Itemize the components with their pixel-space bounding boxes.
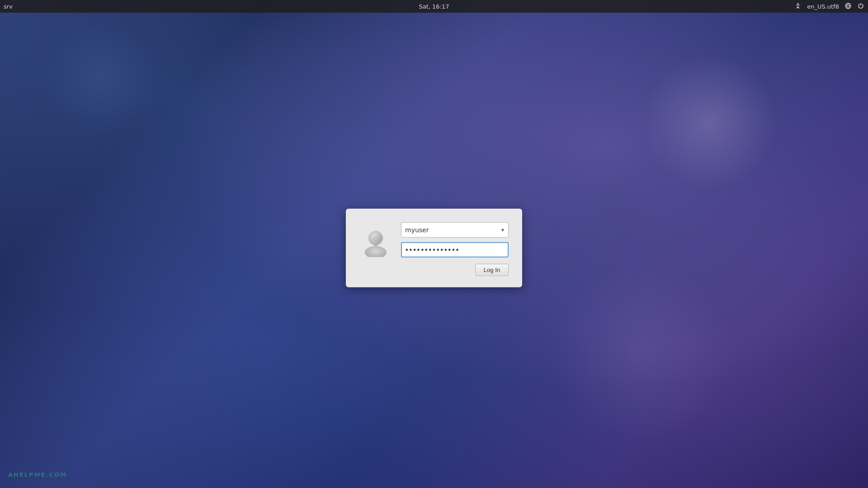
- username-wrapper[interactable]: myuser ▾: [401, 222, 509, 238]
- datetime-label: Sat, 16:17: [419, 3, 449, 10]
- watermark: AHELPME.COM: [8, 471, 67, 478]
- decorative-orb-2: [552, 262, 732, 443]
- user-avatar: [359, 225, 392, 257]
- accessibility-icon[interactable]: [794, 2, 802, 11]
- top-panel: srv Sat, 16:17 en_US.utf8: [0, 0, 868, 13]
- decorative-orb-3: [45, 23, 158, 136]
- hostname-label: srv: [4, 3, 13, 10]
- login-dialog: myuser ▾ Log In: [346, 209, 522, 287]
- power-icon[interactable]: [857, 2, 864, 11]
- locale-label: en_US.utf8: [807, 3, 839, 10]
- username-value: myuser: [405, 226, 495, 234]
- network-icon[interactable]: [844, 2, 852, 11]
- decorative-orb-1: [642, 54, 778, 190]
- svg-point-2: [365, 246, 387, 257]
- panel-center: Sat, 16:17: [419, 3, 449, 10]
- panel-left: srv: [4, 3, 13, 10]
- avatar-container: [359, 222, 392, 257]
- username-display[interactable]: myuser: [401, 222, 509, 238]
- svg-point-5: [373, 235, 382, 243]
- desktop: srv Sat, 16:17 en_US.utf8: [0, 0, 868, 488]
- panel-right: en_US.utf8: [794, 2, 864, 11]
- login-form: myuser ▾ Log In: [401, 222, 509, 276]
- button-row: Log In: [401, 264, 509, 276]
- svg-point-0: [797, 3, 799, 4]
- password-input[interactable]: [401, 242, 509, 258]
- login-button[interactable]: Log In: [475, 264, 509, 276]
